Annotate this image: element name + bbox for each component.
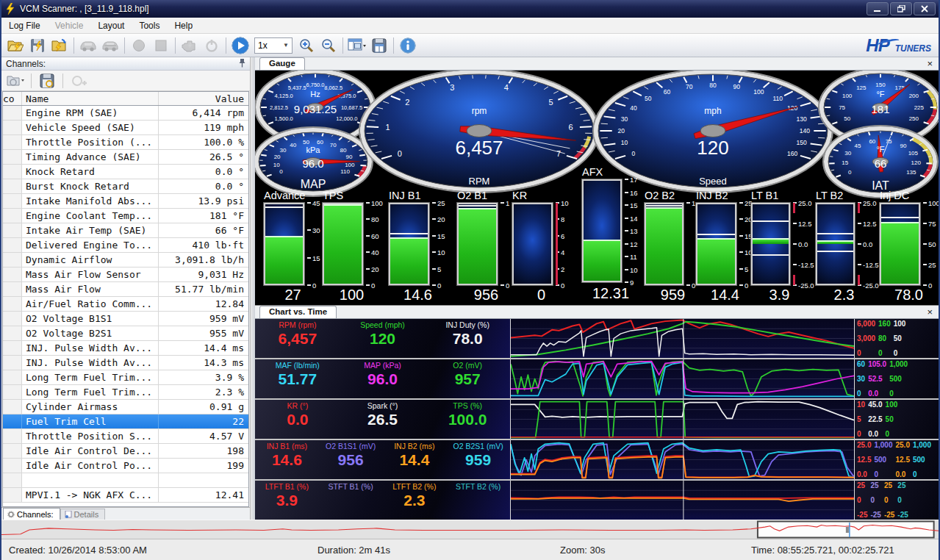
chart-channel-cell[interactable]: RPM (rpm)6,457 <box>255 319 340 358</box>
chart-channel-cell[interactable]: KR (°)0.0 <box>255 400 340 439</box>
layout-button[interactable] <box>347 36 367 55</box>
channel-value: 14.4 ms <box>159 341 248 355</box>
channel-row[interactable]: Mass Air Flow51.77 lb/min <box>3 282 248 297</box>
channel-row[interactable]: Knock Retard0.0 ° <box>3 165 248 179</box>
channel-row[interactable]: Long Term Fuel Trim...3.9 % <box>3 370 248 385</box>
channel-row[interactable]: Intake Manifold Abs...13.9 psi <box>3 194 248 209</box>
chart-channel-cell[interactable]: MAF (lb/min)51.77 <box>255 359 340 398</box>
chart-plot-area[interactable] <box>511 440 855 479</box>
status-time: Time: 08:55:25.721, 00:02:25.721 <box>751 545 894 556</box>
bar-gauge-tick <box>432 251 436 253</box>
chart-channel-cell[interactable]: O2 B2S1 (mV)959 <box>446 440 510 479</box>
tab-gauge[interactable]: Gauge <box>259 57 305 70</box>
panel-splitter[interactable] <box>250 57 255 520</box>
playback-speed-value: 1x <box>258 40 268 51</box>
bar-gauge-value: 3.9 <box>745 287 814 304</box>
chart-channel-cell[interactable]: O2 B1S1 (mV)956 <box>319 440 383 479</box>
chart-channel-cell[interactable]: Spark (°)26.5 <box>340 400 426 439</box>
menu-item-vehicle[interactable]: Vehicle <box>48 18 91 33</box>
bar-gauge-tick-label: 17 <box>630 176 638 184</box>
bar-gauge-tick-label: 45 <box>312 199 320 207</box>
save-log-button[interactable] <box>27 36 48 55</box>
svg-text:12,000.0: 12,000.0 <box>336 115 357 122</box>
chart-channel-cell[interactable]: TPS (%)100.0 <box>425 400 510 439</box>
bar-gauge-tick <box>432 202 436 204</box>
menu-item-help[interactable]: Help <box>167 18 200 33</box>
channel-row[interactable]: Delivered Engine To...410 lb·ft <box>3 238 248 253</box>
channel-row[interactable]: INJ. Pulse Width Av...14.3 ms <box>3 356 248 370</box>
close-button[interactable] <box>914 2 936 15</box>
channel-row[interactable]: Timing Advance (SAE)26.5 ° <box>3 150 248 165</box>
bar-gauge-fill <box>265 236 303 284</box>
channel-row[interactable]: Throttle Position S...4.57 V <box>3 429 248 444</box>
channel-row[interactable]: Engine RPM (SAE)6,414 rpm <box>3 106 248 121</box>
bar-gauge-tick-label: 25 <box>928 261 936 269</box>
channel-row[interactable]: O2 Voltage B1S1959 mV <box>3 312 248 326</box>
save-layout-button[interactable] <box>369 36 390 55</box>
chart-channel-cell[interactable]: LTFT B1 (%)3.9 <box>255 481 319 520</box>
channel-save-button[interactable] <box>36 72 58 90</box>
chart-channel-cell[interactable]: INJ B1 (ms)14.6 <box>255 440 319 479</box>
channel-row[interactable]: Air/Fuel Ratio Comm...12.84 <box>3 297 248 312</box>
chart-plot-area[interactable] <box>511 400 855 439</box>
channel-row[interactable]: Long Term Fuel Trim...2.3 % <box>3 385 248 400</box>
channel-row[interactable]: Cylinder Airmass0.91 g <box>3 400 248 414</box>
channel-row[interactable]: Burst Knock Retard0.0 ° <box>3 179 248 194</box>
bar-gauge-tick-label: 16 <box>630 188 638 196</box>
pin-icon[interactable] <box>239 58 245 70</box>
chart-channel-value: 96.0 <box>367 370 398 388</box>
bar-gauge-tick-label: 12.5 <box>798 220 812 228</box>
tab-chart-vs-time[interactable]: Chart vs. Time <box>259 306 337 318</box>
channel-row[interactable]: INJ. Pulse Width Av...14.4 ms <box>3 341 248 356</box>
chart-panel-close-icon[interactable]: × <box>927 306 933 317</box>
zoom-out-button[interactable] <box>318 36 339 55</box>
log-overview-strip[interactable] <box>1 520 939 539</box>
bar-gauge-body <box>389 203 429 285</box>
minimize-button[interactable] <box>867 2 889 15</box>
channels-table: coNameValueEngine RPM (SAE)6,414 rpmVehi… <box>2 91 249 507</box>
overview-selection[interactable] <box>758 522 934 538</box>
channel-name: Throttle Position (... <box>22 135 159 149</box>
channel-row[interactable]: O2 Voltage B2S1955 mV <box>3 326 248 341</box>
channel-row[interactable]: Dynamic Airflow3,091.8 lb/h <box>3 253 248 268</box>
menu-item-tools[interactable]: Tools <box>132 18 167 33</box>
menu-item-log-file[interactable]: Log File <box>1 18 48 33</box>
channel-row[interactable]: Idle Air Control Po...199 <box>3 459 248 473</box>
reopen-log-button[interactable] <box>49 36 70 55</box>
chart-channel-cell[interactable]: MAP (kPa)96.0 <box>340 359 426 398</box>
channel-row[interactable] <box>3 473 248 488</box>
chart-plot-area[interactable] <box>511 319 855 358</box>
info-button[interactable] <box>398 36 418 55</box>
channel-row[interactable]: Throttle Position (...100.0 % <box>3 135 248 150</box>
restore-button[interactable] <box>890 2 912 15</box>
tab-details[interactable]: Details <box>60 509 106 520</box>
chart-plot-area[interactable] <box>511 359 855 398</box>
chart-channel-cell[interactable]: INJ Duty (%)78.0 <box>425 319 510 358</box>
channel-row[interactable]: Vehicle Speed (SAE)119 mph <box>3 121 248 135</box>
open-log-button[interactable] <box>5 36 26 55</box>
chart-channel-cell[interactable]: LTFT B2 (%)2.3 <box>383 481 447 520</box>
channel-row[interactable]: Idle Air Control De...198 <box>3 444 248 459</box>
chart-channel-cell[interactable]: STFT B2 (%) <box>446 481 510 520</box>
toolbar-separator <box>124 37 125 54</box>
channel-name: MPVI.1 -> NGK AFX C... <box>22 488 159 502</box>
channel-add-button <box>68 72 90 90</box>
chart-channel-cell[interactable]: INJ B2 (ms)14.4 <box>383 440 447 479</box>
menu-item-layout[interactable]: Layout <box>90 18 132 33</box>
channel-row[interactable]: Intake Air Temp (SAE)66 °F <box>3 223 248 238</box>
zoom-in-button[interactable] <box>296 36 317 55</box>
bar-gauge-tick <box>858 223 861 224</box>
gauge-panel-close-icon[interactable]: × <box>927 58 933 69</box>
chart-channel-cell[interactable]: O2 (mV)957 <box>425 359 510 398</box>
tab-channels[interactable]: Channels: <box>3 508 60 520</box>
playback-speed-select[interactable]: 1x▼ <box>254 37 293 54</box>
channel-row[interactable]: MPVI.1 -> NGK AFX C...12.41 <box>3 488 248 503</box>
channel-row[interactable]: Fuel Trim Cell22 <box>3 414 248 429</box>
chart-plot-area[interactable] <box>511 481 855 520</box>
chart-channel-cell[interactable]: Speed (mph)120 <box>340 319 426 358</box>
channel-config-open-button[interactable] <box>4 72 26 90</box>
chart-channel-cell[interactable]: STFT B1 (%) <box>319 481 383 520</box>
channel-row[interactable]: Engine Coolant Temp...181 °F <box>3 209 248 223</box>
channel-row[interactable]: Mass Air Flow Sensor9,031 Hz <box>3 268 248 282</box>
play-button[interactable] <box>230 36 251 55</box>
